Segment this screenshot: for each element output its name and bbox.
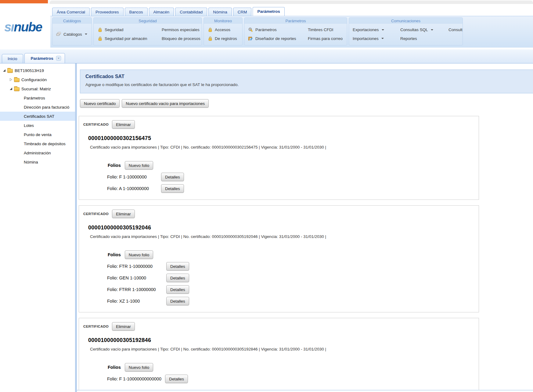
ribbon-group-monitoreo: Monitoreo Accesos De registros [203, 17, 243, 45]
tree-item-lotes[interactable]: Lotes [0, 121, 75, 130]
tree-item-timbrado-de-depositos[interactable]: Timbrado de depósitos [0, 139, 75, 148]
tree-expanded-icon[interactable] [10, 88, 12, 90]
tree-item-label: Dirección para facturació [24, 105, 69, 110]
new-certificate-button[interactable]: Nuevo certificado [80, 99, 120, 108]
new-folio-button[interactable]: Nuevo folio [125, 250, 153, 259]
folio-details-button[interactable]: Detalles [161, 173, 184, 181]
folder-icon [14, 87, 20, 91]
tree-item-label: Timbrado de depósitos [24, 142, 66, 146]
ribbon-item-disenador-de-reportes[interactable]: Diseñador de reportes [247, 35, 305, 42]
ribbon-item-permisos-especiales[interactable]: Permisos especiales [160, 27, 202, 33]
ribbon-tab-contabilidad[interactable]: Contabilidad [175, 8, 207, 16]
folio-text: Folio: FTR 1-10000000 [107, 264, 163, 269]
ribbon-item-seguridad[interactable]: Seguridad [96, 27, 159, 33]
certificate-list: CERTIFICADO Eliminar 0000100000030215647… [79, 116, 479, 390]
ribbon-item-label: Accesos [215, 27, 230, 32]
folio-details-button[interactable]: Detalles [165, 375, 188, 383]
ribbon-tab-crm[interactable]: CRM [233, 8, 252, 16]
ribbon-tab-parametros[interactable]: Parámetros [253, 7, 284, 16]
tab-inicio[interactable]: Inicio [2, 54, 23, 63]
tree-item-label: Certificados SAT [24, 114, 54, 119]
tree-expanded-icon[interactable] [3, 69, 5, 72]
tree-item-direccion-para-facturacion[interactable]: Dirección para facturació [0, 102, 75, 112]
ribbon-item-label: Parámetros [255, 27, 277, 32]
ribbon-item-accesos[interactable]: Accesos [206, 27, 240, 33]
document-tabstrip: Inicio Parámetros ✕ [0, 49, 533, 63]
ribbon-item-label: Exportaciones [353, 27, 379, 32]
folio-text: Folio: F 1-10000000 [107, 174, 157, 179]
tab-parametros[interactable]: Parámetros ✕ [24, 53, 65, 63]
ribbon: Área Comercial Proveedores Bancos Almacé… [50, 4, 533, 49]
top-gray-bar [50, 1, 533, 4]
ribbon-item-bloqueo-de-procesos[interactable]: Bloqueo de procesos [160, 35, 202, 42]
ribbon-item-importaciones[interactable]: Importaciones [351, 36, 397, 41]
gear-pencil-icon [248, 27, 253, 32]
tree-item-label: Parámetros [24, 96, 45, 100]
delete-certificate-button[interactable]: Eliminar [112, 322, 135, 331]
ribbon-tab-area-comercial[interactable]: Área Comercial [52, 8, 90, 16]
folio-row: Folio: F 1-10000000 Detalles [107, 173, 474, 181]
ribbon-group-title: Catálogos [52, 18, 92, 24]
new-empty-certificate-button[interactable]: Nuevo certificado vacío para importacion… [122, 99, 209, 108]
tree-item-nomina[interactable]: Nómina [0, 157, 75, 167]
tree-collapsed-icon[interactable] [10, 78, 12, 81]
tree-item-punto-de-venta[interactable]: Punto de venta [0, 130, 75, 139]
folio-text: Folio: XZ 1-1000 [107, 299, 163, 304]
ribbon-item-timbres-cfdi[interactable]: Timbres CFDI [307, 27, 344, 33]
ribbon-item-label: De registros [215, 36, 237, 41]
tree-item-label: Administración [24, 151, 51, 155]
tree-item-certificados-sat[interactable]: Certificados SAT [0, 112, 75, 121]
tree-item-administracion[interactable]: Administración [0, 148, 75, 157]
folio-row: Folio: GEN 1-10000 Detalles [107, 274, 474, 282]
toolbar: Nuevo certificado Nuevo certificado vací… [80, 99, 209, 108]
ribbon-body: Catálogos Catálogos Seguridad [50, 16, 533, 48]
ribbon-item-reportes[interactable]: Reportes [399, 36, 445, 41]
navigation-tree: BET190513H19 Configuración Sucursal: Mat… [0, 63, 75, 392]
ribbon-item-consultas-sql[interactable]: Consultas SQL [399, 27, 445, 33]
folio-details-button[interactable]: Detalles [166, 285, 189, 294]
chevron-down-icon [85, 34, 87, 35]
ribbon-item-label: Firmas para correo [308, 36, 343, 41]
ribbon-item-seguridad-por-almacen[interactable]: Seguridad por almacén [96, 35, 159, 42]
tree-item-label: Nómina [24, 160, 38, 164]
tree-item-sucursal-matriz[interactable]: Sucursal: Matriz [0, 84, 75, 93]
folio-row: Folio: A 1-100000000 Detalles [107, 184, 474, 193]
delete-certificate-button[interactable]: Eliminar [112, 210, 135, 218]
lock-icon [207, 27, 213, 32]
ribbon-item-catalogos[interactable]: Catálogos [55, 31, 89, 38]
tree-item-label: Lotes [24, 123, 34, 128]
folio-details-button[interactable]: Detalles [166, 297, 189, 305]
tree-item-label: BET190513H19 [15, 68, 44, 73]
ribbon-item-firmas-para-correo[interactable]: Firmas para correo [307, 35, 344, 42]
folio-details-button[interactable]: Detalles [161, 184, 184, 193]
ribbon-item-exportaciones[interactable]: Exportaciones [351, 27, 397, 33]
folio-row: Folio: FTR 1-10000000 Detalles [107, 262, 474, 271]
certificate-label: CERTIFICADO [83, 212, 109, 216]
folio-text: Folio: FTRR 1-10000000 [107, 287, 163, 292]
ribbon-tab-almacen[interactable]: Almacén [149, 8, 174, 16]
lock-icon [97, 27, 103, 32]
sinube-logo: sınube [4, 20, 42, 34]
new-folio-button[interactable]: Nuevo folio [125, 363, 153, 372]
folio-details-button[interactable]: Detalles [166, 274, 189, 282]
folio-details-button[interactable]: Detalles [166, 262, 189, 271]
certificate-card: CERTIFICADO Eliminar 0000100000030519204… [79, 205, 479, 312]
tree-item-configuracion[interactable]: Configuración [0, 75, 75, 84]
ribbon-item-parametros[interactable]: Parámetros [247, 27, 305, 33]
ribbon-item-de-registros[interactable]: De registros [206, 35, 240, 42]
ribbon-item-consultas-bi[interactable]: Consultas BI [447, 27, 463, 33]
close-icon[interactable]: ✕ [56, 56, 61, 61]
folio-text: Folio: F 1-10000000000000 [107, 376, 161, 381]
ribbon-tab-bancos[interactable]: Bancos [125, 8, 148, 16]
certificate-label: CERTIFICADO [83, 123, 109, 126]
new-folio-button[interactable]: Nuevo folio [125, 161, 153, 170]
ribbon-item-label: Permisos especiales [162, 27, 200, 32]
page-subtitle: Agregue o modifique los certificados de … [85, 82, 533, 87]
ribbon-tab-proveedores[interactable]: Proveedores [91, 8, 124, 16]
certificate-label: CERTIFICADO [83, 325, 109, 328]
tree-item-bet190513h19[interactable]: BET190513H19 [0, 66, 75, 75]
delete-certificate-button[interactable]: Eliminar [112, 120, 135, 129]
ribbon-tab-nomina[interactable]: Nómina [208, 8, 232, 16]
page-header-panel: Certificados SAT Agregue o modifique los… [80, 70, 533, 93]
tree-item-parametros[interactable]: Parámetros [0, 93, 75, 102]
